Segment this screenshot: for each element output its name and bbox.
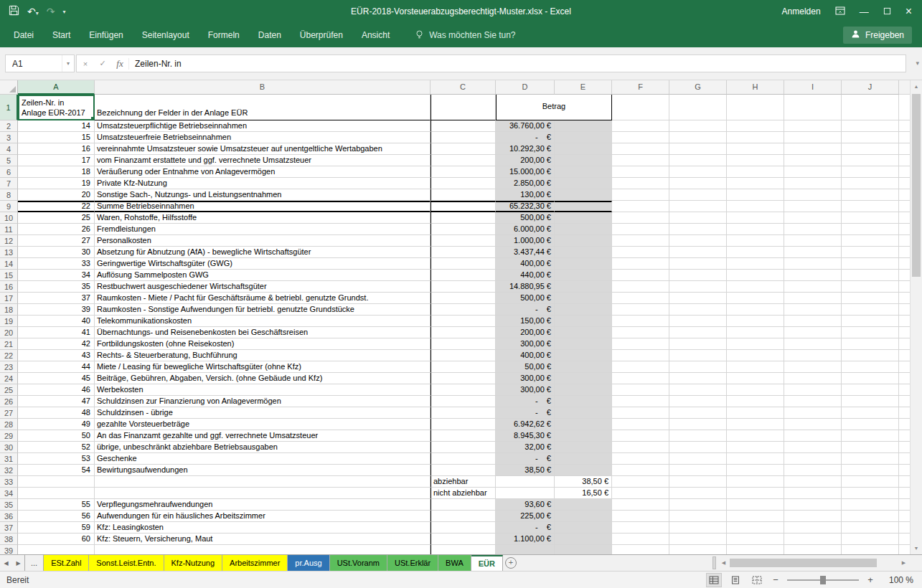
cell-D13[interactable]: 3.437,44 € (496, 247, 555, 258)
cell-I26[interactable] (784, 396, 842, 407)
cell-F39[interactable] (612, 545, 669, 554)
cell-F37[interactable] (612, 522, 669, 534)
cell-D37[interactable]: - € (496, 522, 555, 534)
cell-H3[interactable] (727, 132, 784, 143)
cell-E2[interactable] (555, 120, 612, 132)
cell-H25[interactable] (727, 384, 784, 396)
cell-B7[interactable]: Private Kfz-Nutzung (95, 178, 431, 189)
cell-G17[interactable] (669, 293, 727, 304)
cell-C36[interactable] (431, 511, 496, 522)
cell-B14[interactable]: Geringwertige Wirtschaftsgüter (GWG) (95, 258, 431, 270)
cell-D27[interactable]: - € (496, 407, 555, 419)
close-button[interactable]: × (905, 6, 912, 17)
cell-B20[interactable]: Übernachtungs- und Reisenebenkosten bei … (95, 327, 431, 338)
cell-B1[interactable]: Bezeichnung der Felder in der Anlage EÜR (95, 95, 431, 120)
cell-C1[interactable] (431, 95, 496, 120)
cell-F7[interactable] (612, 178, 669, 189)
cell-J35[interactable] (842, 499, 899, 511)
cell-J24[interactable] (842, 373, 899, 384)
cell-C33[interactable]: abziehbar (431, 476, 496, 488)
cell-J6[interactable] (842, 166, 899, 178)
cell-G31[interactable] (669, 453, 727, 465)
cell-G5[interactable] (669, 155, 727, 166)
cell-D7[interactable]: 2.850,00 € (496, 178, 555, 189)
cell-H29[interactable] (727, 430, 784, 442)
cell-F16[interactable] (612, 281, 669, 293)
cell-I20[interactable] (784, 327, 842, 338)
cell-E20[interactable] (555, 327, 612, 338)
cell-F4[interactable] (612, 143, 669, 155)
cell-I15[interactable] (784, 270, 842, 281)
cell-A24[interactable]: 45 (18, 373, 95, 384)
cell-F19[interactable] (612, 316, 669, 327)
cell-H28[interactable] (727, 419, 784, 430)
vertical-scroll-thumb[interactable] (912, 94, 921, 277)
cell-B6[interactable]: Veräußerung oder Entnahme von Anlageverm… (95, 166, 431, 178)
cell-J32[interactable] (842, 465, 899, 476)
column-header-F[interactable]: F (612, 80, 669, 95)
enter-icon[interactable]: ✓ (94, 59, 111, 68)
cell-G29[interactable] (669, 430, 727, 442)
cell-C39[interactable] (431, 545, 496, 554)
ribbon-tab-seitenlayout[interactable]: Seitenlayout (133, 23, 199, 47)
cell-H7[interactable] (727, 178, 784, 189)
cell-A11[interactable]: 26 (18, 224, 95, 235)
cell-B19[interactable]: Telekommunikationskosten (95, 316, 431, 327)
cell-F26[interactable] (612, 396, 669, 407)
cell-G18[interactable] (669, 304, 727, 316)
cell-B39[interactable] (95, 545, 431, 554)
cell-J28[interactable] (842, 419, 899, 430)
cell-J7[interactable] (842, 178, 899, 189)
cell-I14[interactable] (784, 258, 842, 270)
row-header-39[interactable]: 39 (0, 545, 18, 554)
page-break-view-button[interactable] (750, 574, 764, 587)
cell-D9[interactable]: 65.232,30 € (496, 201, 555, 212)
cell-E8[interactable] (555, 189, 612, 201)
cell-C11[interactable] (431, 224, 496, 235)
cell-F28[interactable] (612, 419, 669, 430)
cell-E7[interactable] (555, 178, 612, 189)
name-box-dropdown-icon[interactable]: ▾ (62, 55, 74, 72)
column-header-G[interactable]: G (669, 80, 727, 95)
cell-F32[interactable] (612, 465, 669, 476)
cell-E32[interactable] (555, 465, 612, 476)
cell-F24[interactable] (612, 373, 669, 384)
cell-E13[interactable] (555, 247, 612, 258)
cell-A37[interactable]: 59 (18, 522, 95, 534)
cell-H17[interactable] (727, 293, 784, 304)
cell-C28[interactable] (431, 419, 496, 430)
cell-F30[interactable] (612, 442, 669, 453)
cell-I32[interactable] (784, 465, 842, 476)
cell-A13[interactable]: 30 (18, 247, 95, 258)
cell-I36[interactable] (784, 511, 842, 522)
vertical-scrollbar[interactable]: ▲ ▼ (910, 80, 922, 554)
row-header-2[interactable]: 2 (0, 120, 18, 132)
cell-D34[interactable] (496, 488, 555, 499)
name-box[interactable]: A1 ▾ (5, 54, 75, 72)
cell-A15[interactable]: 34 (18, 270, 95, 281)
cell-G1[interactable] (669, 95, 727, 120)
cell-I16[interactable] (784, 281, 842, 293)
cell-C8[interactable] (431, 189, 496, 201)
cell-B5[interactable]: vom Finanzamt erstattete und ggf. verrec… (95, 155, 431, 166)
sheet-tab-bwa[interactable]: BWA (438, 555, 471, 571)
cell-C2[interactable] (431, 120, 496, 132)
ribbon-tab-daten[interactable]: Daten (249, 23, 291, 47)
cell-C27[interactable] (431, 407, 496, 419)
customize-qat-icon[interactable]: ▾ (62, 9, 65, 15)
cell-J26[interactable] (842, 396, 899, 407)
cell-H20[interactable] (727, 327, 784, 338)
cell-A17[interactable]: 37 (18, 293, 95, 304)
scroll-right-icon[interactable]: ▶ (898, 560, 910, 566)
cell-A29[interactable]: 50 (18, 430, 95, 442)
cell-E21[interactable] (555, 338, 612, 350)
tell-me-box[interactable]: Was möchten Sie tun? (415, 29, 515, 42)
cell-E22[interactable] (555, 350, 612, 361)
cell-I4[interactable] (784, 143, 842, 155)
cell-A19[interactable]: 40 (18, 316, 95, 327)
cell-A6[interactable]: 18 (18, 166, 95, 178)
cell-J15[interactable] (842, 270, 899, 281)
cell-H35[interactable] (727, 499, 784, 511)
cell-D14[interactable]: 400,00 € (496, 258, 555, 270)
cell-J39[interactable] (842, 545, 899, 554)
